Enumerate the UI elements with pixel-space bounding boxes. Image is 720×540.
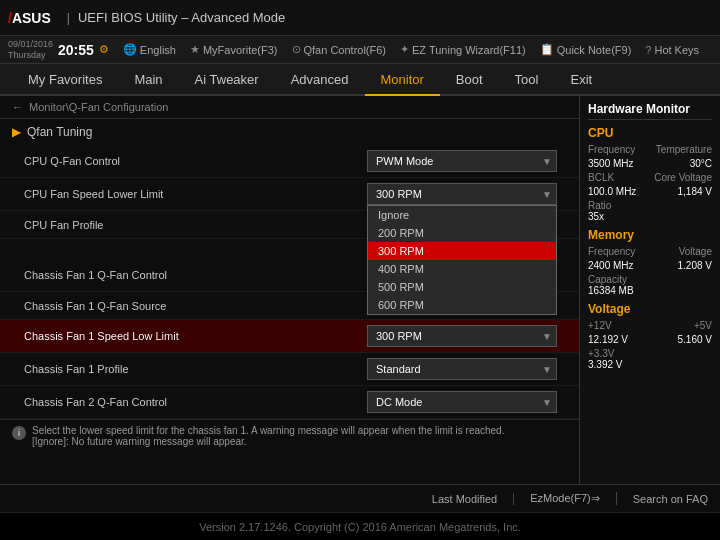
breadcrumb: ← Monitor\Q-Fan Configuration (0, 96, 579, 119)
main-layout: ← Monitor\Q-Fan Configuration ▶ Qfan Tun… (0, 96, 720, 484)
dropdown-wrapper-cpu-qfan: PWM Mode ▼ (367, 150, 557, 172)
nav-exit[interactable]: Exit (554, 63, 608, 95)
setting-label-cpu-qfan: CPU Q-Fan Control (24, 155, 367, 167)
top-bar: /ASUS | UEFI BIOS Utility – Advanced Mod… (0, 0, 720, 36)
hw-cpu-ratio-val: 35x (588, 211, 712, 222)
hw-cpu-bclk-row: BCLK Core Voltage (588, 172, 712, 183)
dropdown-cpu-qfan[interactable]: PWM Mode (367, 150, 557, 172)
hw-cpu-freq-val-row: 3500 MHz 30°C (588, 158, 712, 169)
option-400rpm[interactable]: 400 RPM (368, 260, 556, 278)
last-modified-link[interactable]: Last Modified (432, 493, 514, 505)
hw-cpu-freq-row: Frequency Temperature (588, 144, 712, 155)
hw-cpu-ratio-label: Ratio (588, 200, 712, 211)
option-200rpm[interactable]: 200 RPM (368, 224, 556, 242)
time-display: 20:55 (58, 42, 94, 58)
settings-table: CPU Q-Fan Control PWM Mode ▼ CPU Fan Spe… (0, 145, 579, 419)
asus-logo: /ASUS (8, 10, 51, 26)
setting-value-cpu-qfan: PWM Mode ▼ (367, 150, 567, 172)
nav-monitor[interactable]: Monitor (365, 64, 440, 96)
info-icon: i (12, 426, 26, 440)
setting-row-cf1-profile: Chassis Fan 1 Profile Standard ▼ (0, 353, 579, 386)
option-ignore[interactable]: Ignore (368, 206, 556, 224)
footer-text: Version 2.17.1246. Copyright (C) 2016 Am… (199, 521, 521, 533)
date-display: 09/01/2016 Thursday (8, 39, 53, 61)
status-bar: i Select the lower speed limit for the c… (0, 419, 579, 459)
nav-boot[interactable]: Boot (440, 63, 499, 95)
ezmode-link[interactable]: EzMode(F7)⇒ (530, 492, 617, 505)
option-500rpm[interactable]: 500 RPM (368, 278, 556, 296)
left-content: ← Monitor\Q-Fan Configuration ▶ Qfan Tun… (0, 96, 580, 484)
setting-label-cf1-source: Chassis Fan 1 Q-Fan Source (24, 300, 367, 312)
hw-mem-cap-label: Capacity (588, 274, 712, 285)
hw-cpu-bclk-val-row: 100.0 MHz 1,184 V (588, 186, 712, 197)
setting-row-cf1-speed: Chassis Fan 1 Speed Low Limit 300 RPM ▼ (0, 320, 579, 353)
section-expand-icon: ▶ (12, 125, 21, 139)
setting-label-cf1-speed: Chassis Fan 1 Speed Low Limit (24, 330, 367, 342)
section-header[interactable]: ▶ Qfan Tuning (0, 119, 579, 145)
nav-tool[interactable]: Tool (499, 63, 555, 95)
hw-mem-freq-val-row: 2400 MHz 1.208 V (588, 260, 712, 271)
hw-cpu-title: CPU (588, 126, 712, 140)
dropdown-cf2-qfan[interactable]: DC Mode (367, 391, 557, 413)
setting-value-cf2-qfan: DC Mode ▼ (367, 391, 567, 413)
dropdown-cf1-profile[interactable]: Standard (367, 358, 557, 380)
nav-ai-tweaker[interactable]: Ai Tweaker (179, 63, 275, 95)
footer: Version 2.17.1246. Copyright (C) 2016 Am… (0, 512, 720, 540)
gear-icon[interactable]: ⚙ (99, 43, 109, 56)
nav-bar: My Favorites Main Ai Tweaker Advanced Mo… (0, 64, 720, 96)
status-text: Select the lower speed limit for the cha… (32, 425, 504, 447)
setting-row-cpu-speed: CPU Fan Speed Lower Limit 300 RPM ▼ Igno… (0, 178, 579, 211)
star-icon: ★ (190, 43, 200, 56)
setting-value-cf1-speed: 300 RPM ▼ (367, 325, 567, 347)
setting-label-cpu-speed: CPU Fan Speed Lower Limit (24, 188, 367, 200)
language-item[interactable]: 🌐 English (123, 43, 176, 56)
option-300rpm[interactable]: 300 RPM (368, 242, 556, 260)
option-600rpm[interactable]: 600 RPM (368, 296, 556, 314)
divider: | (67, 11, 70, 25)
fan-icon: ⊙ (292, 43, 301, 56)
hw-monitor-title: Hardware Monitor (588, 102, 712, 120)
hw-volt-12-row: +12V +5V (588, 320, 712, 331)
hw-mem-freq-row: Frequency Voltage (588, 246, 712, 257)
dropdown-cf1-speed[interactable]: 300 RPM (367, 325, 557, 347)
hw-mem-cap-val: 16384 MB (588, 285, 712, 296)
hw-volt-33-val: 3.392 V (588, 359, 712, 370)
bottom-bar: Last Modified EzMode(F7)⇒ Search on FAQ (0, 484, 720, 512)
hotkeys-icon: ? (645, 44, 651, 56)
setting-label-cpu-profile: CPU Fan Profile (24, 219, 367, 231)
dropdown-popup: Ignore 200 RPM 300 RPM 400 RPM 500 RPM 6… (367, 205, 557, 315)
bios-title: UEFI BIOS Utility – Advanced Mode (78, 10, 285, 25)
hw-voltage-title: Voltage (588, 302, 712, 316)
note-icon: 📋 (540, 43, 554, 56)
hotkeys-item[interactable]: ? Hot Keys (645, 44, 699, 56)
hw-monitor-panel: Hardware Monitor CPU Frequency Temperatu… (580, 96, 720, 484)
globe-icon: 🌐 (123, 43, 137, 56)
wand-icon: ✦ (400, 43, 409, 56)
dropdown-wrapper-cf1-speed: 300 RPM ▼ (367, 325, 557, 347)
datetime-item: 09/01/2016 Thursday 20:55 ⚙ (8, 39, 109, 61)
setting-label-cf1-profile: Chassis Fan 1 Profile (24, 363, 367, 375)
dropdown-wrapper-cf1-profile: Standard ▼ (367, 358, 557, 380)
eztuning-item[interactable]: ✦ EZ Tuning Wizard(F11) (400, 43, 526, 56)
setting-value-cpu-speed: 300 RPM ▼ Ignore 200 RPM 300 RPM 400 RPM… (367, 183, 567, 205)
qfan-item[interactable]: ⊙ Qfan Control(F6) (292, 43, 387, 56)
dropdown-cpu-speed[interactable]: 300 RPM (367, 183, 557, 205)
back-arrow[interactable]: ← (12, 101, 23, 113)
info-bar: 09/01/2016 Thursday 20:55 ⚙ 🌐 English ★ … (0, 36, 720, 64)
quicknote-item[interactable]: 📋 Quick Note(F9) (540, 43, 632, 56)
nav-my-favorites[interactable]: My Favorites (12, 63, 118, 95)
search-faq-link[interactable]: Search on FAQ (633, 493, 708, 505)
myfavorite-item[interactable]: ★ MyFavorite(F3) (190, 43, 278, 56)
nav-main[interactable]: Main (118, 63, 178, 95)
hw-memory-title: Memory (588, 228, 712, 242)
hw-volt-33-label: +3.3V (588, 348, 712, 359)
setting-value-cf1-profile: Standard ▼ (367, 358, 567, 380)
nav-advanced[interactable]: Advanced (275, 63, 365, 95)
setting-label-cf2-qfan: Chassis Fan 2 Q-Fan Control (24, 396, 367, 408)
hw-volt-12-val-row: 12.192 V 5.160 V (588, 334, 712, 345)
dropdown-wrapper-cf2-qfan: DC Mode ▼ (367, 391, 557, 413)
setting-label-cf1-qfan: Chassis Fan 1 Q-Fan Control (24, 269, 367, 281)
setting-row-cpu-qfan: CPU Q-Fan Control PWM Mode ▼ (0, 145, 579, 178)
setting-row-cf2-qfan: Chassis Fan 2 Q-Fan Control DC Mode ▼ (0, 386, 579, 419)
dropdown-wrapper-cpu-speed: 300 RPM ▼ (367, 183, 557, 205)
